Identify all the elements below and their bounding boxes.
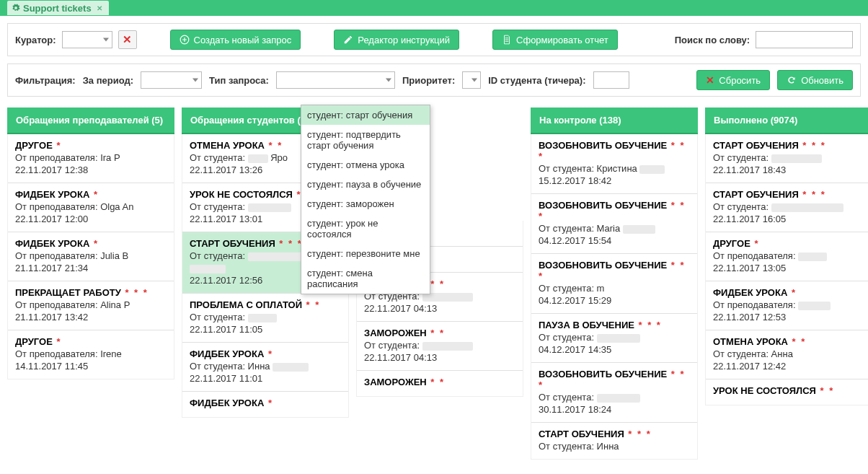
request-type-dropdown[interactable]: студент: старт обучениястудент: подтверд… xyxy=(301,105,430,294)
ticket-title: СТАРТ ОБУЧЕНИЯ xyxy=(713,140,801,151)
pencil-icon xyxy=(343,35,353,45)
dropdown-option[interactable]: студент: пауза в обучение xyxy=(301,175,430,194)
ticket-card[interactable]: ВОЗОБНОВИТЬ ОБУЧЕНИЕ * * *От студента: M… xyxy=(531,194,697,254)
document-icon xyxy=(502,35,512,45)
ticket-title: УРОК НЕ СОСТОЯЛСЯ xyxy=(713,385,819,396)
ticket-card[interactable]: ФИДБЕК УРОКА *От студента: Инна 22.11.20… xyxy=(182,343,348,392)
ticket-from: От студента: Инна xyxy=(190,361,341,372)
ticket-card[interactable]: ЗАМОРОЖЕН * *От студента: 22.11.2017 04:… xyxy=(357,322,523,371)
reset-button[interactable]: ✕ Сбросить xyxy=(696,70,770,90)
ticket-title: ВОЗОБНОВИТЬ ОБУЧЕНИЕ xyxy=(539,369,670,379)
ticket-from: От преподавателя: Ira P xyxy=(15,152,167,163)
priority-stars: * * xyxy=(820,385,835,396)
ticket-card[interactable]: ПРЕКРАЩАЕТ РАБОТУ * * *От преподавателя:… xyxy=(8,281,174,330)
priority-select[interactable] xyxy=(462,71,481,89)
ticket-card[interactable]: УРОК НЕ СОСТОЯЛСЯ * * xyxy=(706,379,868,405)
dropdown-option[interactable]: студент: отмена урока xyxy=(301,155,430,175)
plus-circle-icon xyxy=(180,35,190,45)
period-label: За период: xyxy=(83,75,133,86)
ticket-title: ДРУГОЕ xyxy=(15,140,55,151)
ticket-card[interactable]: ВОЗОБНОВИТЬ ОБУЧЕНИЕ * * *От студента: m… xyxy=(531,254,697,314)
ticket-from: От студента: Инна xyxy=(539,441,690,452)
ticket-title: ДРУГОЕ xyxy=(15,336,55,347)
priority-stars: * xyxy=(56,140,61,151)
priority-stars: * xyxy=(268,398,273,408)
ticket-from: От студента: Кристина xyxy=(539,163,690,174)
period-select[interactable] xyxy=(141,71,202,89)
ticket-card[interactable]: ФИДБЕК УРОКА *От преподавателя: Olga An2… xyxy=(8,183,174,232)
board-column: На контроле (138)ВОЗОБНОВИТЬ ОБУЧЕНИЕ * … xyxy=(531,107,698,460)
active-tab[interactable]: Support tickets ✕ xyxy=(7,1,109,15)
curator-select[interactable] xyxy=(62,31,112,48)
column-cards: ВОЗОБНОВИТЬ ОБУЧЕНИЕ * * *От студента: К… xyxy=(531,134,698,460)
ticket-title: СТАРТ ОБУЧЕНИЯ xyxy=(539,429,626,439)
refresh-button[interactable]: Обновить xyxy=(777,70,853,90)
priority-label: Приоритет: xyxy=(402,75,455,86)
column-header: Обращения преподавателей (5) xyxy=(7,107,174,134)
ticket-timestamp: 21.11.2017 13:42 xyxy=(15,312,167,322)
ticket-title: СТАРТ ОБУЧЕНИЯ xyxy=(190,238,278,249)
ticket-card[interactable]: СТАРТ ОБУЧЕНИЯ * * *От студента: 22.11.2… xyxy=(706,183,868,232)
priority-stars: * * * xyxy=(639,320,662,330)
ticket-card[interactable]: ФИДБЕК УРОКА * xyxy=(182,392,348,417)
ticket-card[interactable]: ПРОБЛЕМА С ОПЛАТОЙ * *От студента: 22.11… xyxy=(182,294,348,343)
ticket-title: ПРЕКРАЩАЕТ РАБОТУ xyxy=(15,287,123,298)
ticket-card[interactable]: ВОЗОБНОВИТЬ ОБУЧЕНИЕ * * *От студента: К… xyxy=(531,134,697,194)
column-cards: ДРУГОЕ *От преподавателя: Ira P22.11.201… xyxy=(7,134,174,379)
ticket-from: От студента: m xyxy=(539,283,690,294)
request-type-select[interactable] xyxy=(276,71,395,89)
ticket-card[interactable]: СТАРТ ОБУЧЕНИЯ * * *От студента: Инна xyxy=(531,423,697,459)
ticket-from: От преподавателя: xyxy=(713,299,864,310)
priority-stars: * * xyxy=(306,299,321,310)
ticket-card[interactable]: ДРУГОЕ *От преподавателя: 22.11.2017 13:… xyxy=(706,232,868,281)
ticket-title: УРОК НЕ СОСТОЯЛСЯ xyxy=(190,189,296,200)
clear-curator-button[interactable]: ✕ xyxy=(118,30,137,49)
ticket-card[interactable]: ФИДБЕК УРОКА *От преподавателя: Julia B2… xyxy=(8,232,174,281)
dropdown-option[interactable]: студент: смена расписания xyxy=(301,263,430,294)
ticket-timestamp: 22.11.2017 04:13 xyxy=(364,352,515,363)
generate-report-button[interactable]: Сформировать отчет xyxy=(492,30,618,50)
refresh-icon xyxy=(787,75,797,85)
dropdown-option[interactable]: студент: подтвердить старт обучения xyxy=(301,125,430,155)
ticket-timestamp: 22.11.2017 12:00 xyxy=(15,214,167,224)
ticket-card[interactable]: ПАУЗА В ОБУЧЕНИЕ * * *От студента: 04.12… xyxy=(531,314,697,363)
student-id-input[interactable] xyxy=(593,71,629,89)
filter-label: Фильтрация: xyxy=(15,75,76,86)
filter-toolbar: Фильтрация: За период: Тип запроса: Прио… xyxy=(7,63,861,97)
ticket-from: От студента: Maria xyxy=(539,223,690,234)
dropdown-option[interactable]: студент: старт обучения xyxy=(301,105,430,125)
dropdown-option[interactable]: студент: перезвоните мне xyxy=(301,244,430,263)
create-request-button[interactable]: Создать новый запрос xyxy=(170,30,301,50)
ticket-timestamp: 04.12.2017 14:35 xyxy=(539,344,690,355)
ticket-card[interactable]: ДРУГОЕ *От преподавателя: Ira P22.11.201… xyxy=(8,134,174,183)
ticket-card[interactable]: ЗАМОРОЖЕН * * xyxy=(357,371,523,396)
ticket-title: ДРУГОЕ xyxy=(713,238,753,249)
ticket-timestamp: 22.11.2017 11:05 xyxy=(190,324,341,335)
ticket-title: ВОЗОБНОВИТЬ ОБУЧЕНИЕ xyxy=(539,140,670,151)
instructions-editor-button[interactable]: Редактор инструкций xyxy=(334,30,459,50)
ticket-title: ВОЗОБНОВИТЬ ОБУЧЕНИЕ xyxy=(539,200,670,211)
ticket-timestamp: 04.12.2017 15:29 xyxy=(539,295,690,306)
priority-stars: * xyxy=(268,348,273,359)
column-header: На контроле (138) xyxy=(531,107,698,134)
ticket-title: ЗАМОРОЖЕН xyxy=(364,328,429,338)
ticket-card[interactable]: ОТМЕНА УРОКА * *От студента: Анна22.11.2… xyxy=(706,330,868,379)
ticket-card[interactable]: ДРУГОЕ *От преподавателя: Irene14.11.201… xyxy=(8,330,174,379)
ticket-timestamp: 30.11.2017 18:24 xyxy=(539,404,690,415)
priority-stars: * * * xyxy=(628,429,651,439)
ticket-timestamp: 04.12.2017 15:54 xyxy=(539,235,690,246)
ticket-from: От преподавателя: xyxy=(713,250,864,261)
dropdown-option[interactable]: студент: урок не состоялся xyxy=(301,214,430,244)
close-icon[interactable]: ✕ xyxy=(94,3,105,13)
chevron-down-icon xyxy=(471,79,477,82)
chevron-down-icon xyxy=(192,79,198,82)
ticket-title: ФИДБЕК УРОКА xyxy=(713,287,790,298)
dropdown-option[interactable]: студент: заморожен xyxy=(301,194,430,214)
ticket-card[interactable]: СТАРТ ОБУЧЕНИЯ * * *От студента: 22.11.2… xyxy=(706,134,868,183)
board-column: Обращения преподавателей (5)ДРУГОЕ *От п… xyxy=(7,107,174,460)
search-input[interactable] xyxy=(756,31,853,48)
kanban-board: Обращения преподавателей (5)ДРУГОЕ *От п… xyxy=(0,97,868,460)
search-label: Поиск по слову: xyxy=(675,35,750,45)
ticket-card[interactable]: ФИДБЕК УРОКА *От преподавателя: 22.11.20… xyxy=(706,281,868,330)
ticket-card[interactable]: ВОЗОБНОВИТЬ ОБУЧЕНИЕ * * *От студента: 3… xyxy=(531,363,697,423)
